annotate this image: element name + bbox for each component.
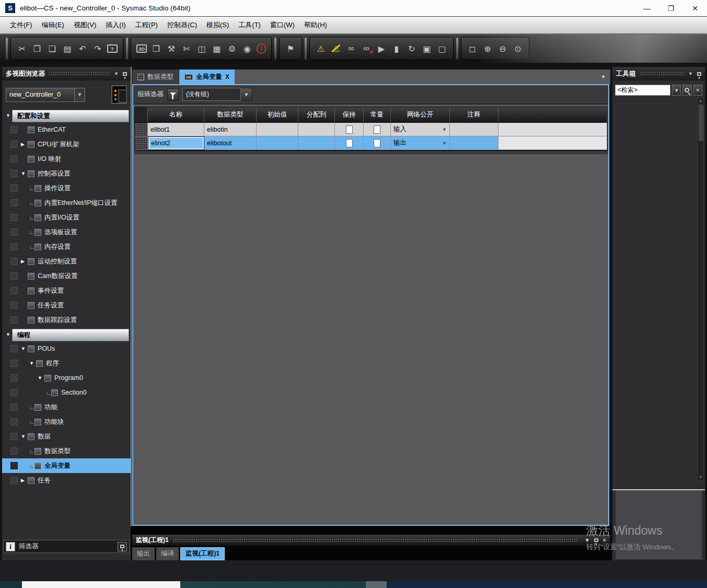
zoom-out-icon[interactable]: ⊖ (497, 42, 508, 55)
search-clear-button[interactable]: ✕ (693, 85, 702, 96)
tree-item-builtin-io[interactable]: ∟内置I/O设置 (2, 210, 131, 225)
tree-item-motion-control[interactable]: ▶运动控制设置 (2, 254, 131, 269)
cell-constant[interactable] (364, 136, 391, 150)
cell-allocated-to[interactable] (298, 123, 335, 136)
cell-data-type[interactable]: elibotin (204, 123, 257, 136)
warning-enable-icon[interactable]: ⚠ (315, 42, 327, 55)
tree-item-data-trace[interactable]: 数据跟踪设置 (2, 313, 131, 327)
variable-table-icon[interactable]: ▦ (211, 42, 223, 55)
cell-allocated-to[interactable] (298, 136, 335, 150)
row-header-cell[interactable] (135, 123, 148, 136)
menu-item-2[interactable]: 视图(V) (69, 19, 101, 31)
cell-comment[interactable] (450, 123, 499, 136)
3d-view-icon[interactable]: 3D (136, 44, 147, 53)
tree-item-memory-settings[interactable]: ∟内存设置 (2, 239, 131, 254)
close-button[interactable]: ✕ (683, 0, 707, 17)
controller-selector[interactable]: new_Controller_0 ▼ (6, 88, 85, 102)
search-binoculars-icon[interactable]: ◉ (241, 42, 253, 55)
search-dropdown-arrow-icon[interactable]: ▼ (672, 85, 681, 96)
tree-item-ethercat[interactable]: EtherCAT (2, 122, 131, 137)
editor-tab-1[interactable]: var全局变量X (179, 70, 235, 84)
zoom-in-icon[interactable]: ⊕ (482, 42, 493, 55)
expand-open-icon[interactable]: ▼ (21, 346, 28, 351)
table-row[interactable]: elinot2elibotout输出▼ (135, 136, 607, 150)
group-filter-button[interactable] (167, 88, 179, 101)
toolbox-pin-icon[interactable] (697, 72, 701, 76)
tree-item-data-types[interactable]: ∟数据类型 (2, 444, 131, 458)
expand-open-icon[interactable]: ▼ (29, 361, 36, 366)
tree-item-functions[interactable]: ∟功能 (2, 400, 131, 414)
cell-network-publish[interactable]: 输入▼ (391, 123, 450, 136)
expand-open-icon[interactable]: ▼ (38, 375, 44, 381)
section-expand-icon[interactable]: ▼ (6, 113, 10, 118)
error-list-icon[interactable]: ! (257, 43, 266, 54)
cell-network-publish[interactable]: 输出▼ (391, 136, 450, 150)
tree-item-global-variables[interactable]: ∟全局变量 (2, 458, 131, 473)
tree-item-data[interactable]: ▼数据 (2, 429, 131, 444)
panel-splitter[interactable] (131, 67, 132, 560)
rebuild-icon[interactable]: ⚒ (166, 42, 177, 55)
menu-item-8[interactable]: 窗口(W) (265, 19, 299, 31)
delete-icon[interactable]: ▤ (62, 42, 73, 55)
program-mode-icon[interactable]: ▮ (391, 42, 402, 55)
tree-item-programs[interactable]: ▼程序 (2, 356, 131, 371)
editor-tab-0[interactable]: 数据类型 (132, 70, 179, 84)
expand-closed-icon[interactable]: ▶ (21, 142, 28, 147)
watch-pane-close-icon[interactable]: ✕ (602, 537, 607, 543)
cell-comment[interactable] (450, 136, 499, 150)
expand-closed-icon[interactable]: ▶ (21, 478, 28, 483)
undo-icon[interactable]: ↶ (77, 42, 88, 55)
constant-checkbox[interactable] (374, 125, 380, 134)
controller-dropdown-arrow-icon[interactable]: ▼ (74, 88, 85, 101)
toolbox-search-input[interactable] (615, 85, 670, 96)
build-window-icon[interactable]: ❒ (150, 42, 162, 55)
run-mode-icon[interactable]: ▶ (376, 42, 387, 55)
cell-initial-value[interactable] (257, 123, 298, 136)
monitor-stop-icon[interactable]: ∞ (361, 42, 372, 55)
offline-icon[interactable]: ▢ (436, 42, 448, 55)
toolbox-scroll-thumb[interactable] (699, 105, 703, 141)
tree-item-program[interactable]: ▼Program0 (2, 371, 131, 385)
synchronize-icon[interactable]: ↻ (406, 42, 418, 55)
tab-overflow-arrow-icon[interactable]: ▼ (601, 74, 610, 79)
bottom-tab-0[interactable]: 输出 (132, 547, 155, 560)
cross-reference-icon[interactable]: ⚙ (226, 42, 238, 55)
section-header-0[interactable]: 配置和设置 (12, 110, 129, 122)
network-dropdown-arrow-icon[interactable]: ▼ (442, 127, 447, 132)
redo-icon[interactable]: ↷ (92, 42, 103, 55)
monitor-watch-icon[interactable]: ∞ (345, 42, 357, 55)
menu-item-6[interactable]: 模拟(S) (202, 19, 234, 31)
menu-item-5[interactable]: 控制器(C) (163, 19, 202, 31)
scroll-up-icon[interactable]: ∧ (699, 99, 702, 103)
warning-disable-icon[interactable]: ⚠ (330, 42, 342, 55)
tree-item-cpu-rack[interactable]: ▶CPU/扩展机架 (2, 137, 131, 152)
cell-name[interactable]: elinot2 (148, 136, 204, 150)
group-filter-dropdown-arrow-icon[interactable]: ▼ (241, 88, 252, 101)
cell-retain[interactable] (335, 123, 364, 136)
bottom-tab-2[interactable]: 监视(工程)1 (180, 547, 225, 560)
section-header-1[interactable]: 编程 (12, 329, 129, 341)
program-check-icon[interactable]: ⚑ (285, 42, 296, 55)
tree-item-event-settings[interactable]: 事件设置 (2, 283, 131, 298)
cell-initial-value[interactable] (257, 136, 298, 150)
check-all-programs-icon[interactable]: ◫ (196, 42, 207, 55)
cut-icon[interactable]: ✂ (16, 42, 28, 55)
tab-close-icon[interactable]: X (225, 73, 229, 80)
online-icon[interactable]: ▣ (421, 42, 433, 55)
network-dropdown-arrow-icon[interactable]: ▼ (442, 141, 447, 146)
zoom-100-icon[interactable]: ⊙ (512, 42, 524, 55)
copy-icon[interactable]: ❐ (31, 42, 43, 55)
explorer-menu-arrow-icon[interactable]: ▼ (114, 71, 119, 76)
expand-closed-icon[interactable]: ▶ (21, 259, 28, 264)
tree-item-option-board[interactable]: ∟选项板设置 (2, 225, 131, 239)
zoom-fit-icon[interactable]: ◻ (467, 42, 478, 55)
cell-data-type[interactable]: elibotout (204, 136, 257, 150)
tree-item-operation-settings[interactable]: ∟操作设置 (2, 181, 131, 195)
cell-retain[interactable] (335, 136, 364, 150)
help-icon[interactable]: ? (107, 44, 118, 53)
section-expand-icon[interactable]: ▼ (6, 332, 10, 337)
group-filter-select[interactable]: (没有组) (182, 88, 241, 101)
menu-item-1[interactable]: 编辑(E) (37, 19, 69, 31)
watch-pane-menu-arrow-icon[interactable]: ▼ (585, 537, 590, 543)
menu-item-9[interactable]: 帮助(H) (299, 19, 332, 31)
